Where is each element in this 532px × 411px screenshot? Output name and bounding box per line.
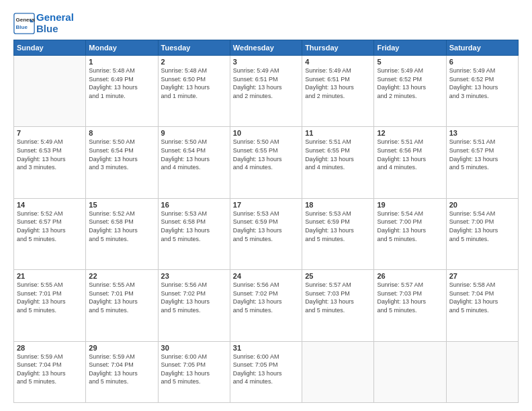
calendar-cell: 21Sunrise: 5:55 AM Sunset: 7:01 PM Dayli… [14,270,86,341]
day-info: Sunrise: 5:56 AM Sunset: 7:02 PM Dayligh… [161,281,227,314]
day-number: 8 [89,129,154,137]
calendar-cell [302,341,374,402]
day-number: 29 [89,344,154,352]
day-info: Sunrise: 6:00 AM Sunset: 7:05 PM Dayligh… [233,353,299,386]
weekday-header-wednesday: Wednesday [230,40,302,56]
calendar-cell: 7Sunrise: 5:49 AM Sunset: 6:53 PM Daylig… [14,127,86,198]
calendar-table: SundayMondayTuesdayWednesdayThursdayFrid… [13,40,519,403]
weekday-header-tuesday: Tuesday [158,40,230,56]
day-number: 22 [89,272,154,280]
day-number: 20 [449,201,515,209]
weekday-header-friday: Friday [374,40,446,56]
day-number: 11 [305,129,371,137]
calendar-cell: 26Sunrise: 5:57 AM Sunset: 7:03 PM Dayli… [374,270,446,341]
day-number: 21 [17,272,83,280]
calendar-cell: 15Sunrise: 5:52 AM Sunset: 6:58 PM Dayli… [86,198,158,269]
calendar-cell: 8Sunrise: 5:50 AM Sunset: 6:54 PM Daylig… [86,127,158,198]
calendar-cell: 30Sunrise: 6:00 AM Sunset: 7:05 PM Dayli… [158,341,230,402]
day-info: Sunrise: 6:00 AM Sunset: 7:05 PM Dayligh… [161,353,227,386]
calendar-cell: 5Sunrise: 5:49 AM Sunset: 6:52 PM Daylig… [374,56,446,127]
calendar-cell: 14Sunrise: 5:52 AM Sunset: 6:57 PM Dayli… [14,198,86,269]
day-info: Sunrise: 5:57 AM Sunset: 7:03 PM Dayligh… [305,281,371,314]
calendar-cell [14,56,86,127]
logo-text: GeneralBlue [36,12,74,34]
calendar-cell: 11Sunrise: 5:51 AM Sunset: 6:55 PM Dayli… [302,127,374,198]
day-info: Sunrise: 5:59 AM Sunset: 7:04 PM Dayligh… [89,353,154,386]
day-info: Sunrise: 5:51 AM Sunset: 6:56 PM Dayligh… [377,138,443,171]
svg-text:Blue: Blue [16,24,28,30]
calendar-week-row: 21Sunrise: 5:55 AM Sunset: 7:01 PM Dayli… [14,270,519,341]
day-number: 18 [305,201,371,209]
day-info: Sunrise: 5:52 AM Sunset: 6:58 PM Dayligh… [89,210,154,243]
logo-icon: General Blue [13,13,35,34]
day-info: Sunrise: 5:54 AM Sunset: 7:00 PM Dayligh… [377,210,443,243]
day-number: 4 [305,58,371,66]
day-number: 1 [89,58,154,66]
calendar-cell: 22Sunrise: 5:55 AM Sunset: 7:01 PM Dayli… [86,270,158,341]
day-number: 2 [161,58,227,66]
day-info: Sunrise: 5:48 AM Sunset: 6:49 PM Dayligh… [89,66,154,100]
day-number: 30 [161,344,227,352]
day-info: Sunrise: 5:53 AM Sunset: 6:59 PM Dayligh… [305,210,371,243]
calendar-cell: 16Sunrise: 5:53 AM Sunset: 6:58 PM Dayli… [158,198,230,269]
calendar-cell: 25Sunrise: 5:57 AM Sunset: 7:03 PM Dayli… [302,270,374,341]
day-number: 17 [233,201,299,209]
weekday-header-row: SundayMondayTuesdayWednesdayThursdayFrid… [14,40,519,56]
day-number: 13 [449,129,515,137]
calendar-cell: 10Sunrise: 5:50 AM Sunset: 6:55 PM Dayli… [230,127,302,198]
day-info: Sunrise: 5:49 AM Sunset: 6:51 PM Dayligh… [305,66,371,100]
day-number: 14 [17,201,83,209]
weekday-header-thursday: Thursday [302,40,374,56]
day-number: 24 [233,272,299,280]
calendar-cell: 4Sunrise: 5:49 AM Sunset: 6:51 PM Daylig… [302,56,374,127]
day-info: Sunrise: 5:51 AM Sunset: 6:55 PM Dayligh… [305,138,371,171]
day-number: 19 [377,201,443,209]
day-number: 6 [449,58,515,66]
day-info: Sunrise: 5:49 AM Sunset: 6:52 PM Dayligh… [449,66,515,100]
calendar-week-row: 14Sunrise: 5:52 AM Sunset: 6:57 PM Dayli… [14,198,519,269]
weekday-header-sunday: Sunday [14,40,86,56]
day-info: Sunrise: 5:51 AM Sunset: 6:57 PM Dayligh… [449,138,515,171]
calendar-cell: 31Sunrise: 6:00 AM Sunset: 7:05 PM Dayli… [230,341,302,402]
calendar-cell: 3Sunrise: 5:49 AM Sunset: 6:51 PM Daylig… [230,56,302,127]
day-number: 15 [89,201,154,209]
day-info: Sunrise: 5:50 AM Sunset: 6:54 PM Dayligh… [89,138,154,171]
day-info: Sunrise: 5:55 AM Sunset: 7:01 PM Dayligh… [89,281,154,314]
day-info: Sunrise: 5:49 AM Sunset: 6:52 PM Dayligh… [377,66,443,100]
day-info: Sunrise: 5:53 AM Sunset: 6:58 PM Dayligh… [161,210,227,243]
day-number: 31 [233,344,299,352]
day-number: 5 [377,58,443,66]
day-number: 28 [17,344,83,352]
day-number: 7 [17,129,83,137]
calendar-cell: 17Sunrise: 5:53 AM Sunset: 6:59 PM Dayli… [230,198,302,269]
calendar-cell: 27Sunrise: 5:58 AM Sunset: 7:04 PM Dayli… [446,270,518,341]
day-info: Sunrise: 5:53 AM Sunset: 6:59 PM Dayligh… [233,210,299,243]
day-info: Sunrise: 5:55 AM Sunset: 7:01 PM Dayligh… [17,281,83,314]
calendar-cell: 13Sunrise: 5:51 AM Sunset: 6:57 PM Dayli… [446,127,518,198]
day-number: 23 [161,272,227,280]
calendar-cell: 6Sunrise: 5:49 AM Sunset: 6:52 PM Daylig… [446,56,518,127]
day-number: 9 [161,129,227,137]
day-info: Sunrise: 5:48 AM Sunset: 6:50 PM Dayligh… [161,66,227,100]
calendar-week-row: 1Sunrise: 5:48 AM Sunset: 6:49 PM Daylig… [14,56,519,127]
calendar-cell: 19Sunrise: 5:54 AM Sunset: 7:00 PM Dayli… [374,198,446,269]
calendar-cell: 28Sunrise: 5:59 AM Sunset: 7:04 PM Dayli… [14,341,86,402]
day-info: Sunrise: 5:49 AM Sunset: 6:51 PM Dayligh… [233,66,299,100]
calendar-week-row: 28Sunrise: 5:59 AM Sunset: 7:04 PM Dayli… [14,341,519,402]
calendar-cell: 24Sunrise: 5:56 AM Sunset: 7:02 PM Dayli… [230,270,302,341]
header: General Blue GeneralBlue [13,12,519,34]
day-info: Sunrise: 5:58 AM Sunset: 7:04 PM Dayligh… [449,281,515,314]
calendar-cell [446,341,518,402]
calendar-cell: 23Sunrise: 5:56 AM Sunset: 7:02 PM Dayli… [158,270,230,341]
day-number: 10 [233,129,299,137]
day-number: 3 [233,58,299,66]
calendar-week-row: 7Sunrise: 5:49 AM Sunset: 6:53 PM Daylig… [14,127,519,198]
day-info: Sunrise: 5:49 AM Sunset: 6:53 PM Dayligh… [17,138,83,171]
calendar-cell: 2Sunrise: 5:48 AM Sunset: 6:50 PM Daylig… [158,56,230,127]
calendar-cell: 29Sunrise: 5:59 AM Sunset: 7:04 PM Dayli… [86,341,158,402]
day-info: Sunrise: 5:50 AM Sunset: 6:54 PM Dayligh… [161,138,227,171]
page: General Blue GeneralBlue SundayMondayTue… [0,0,532,411]
day-info: Sunrise: 5:56 AM Sunset: 7:02 PM Dayligh… [233,281,299,314]
day-number: 16 [161,201,227,209]
day-info: Sunrise: 5:54 AM Sunset: 7:00 PM Dayligh… [449,210,515,243]
